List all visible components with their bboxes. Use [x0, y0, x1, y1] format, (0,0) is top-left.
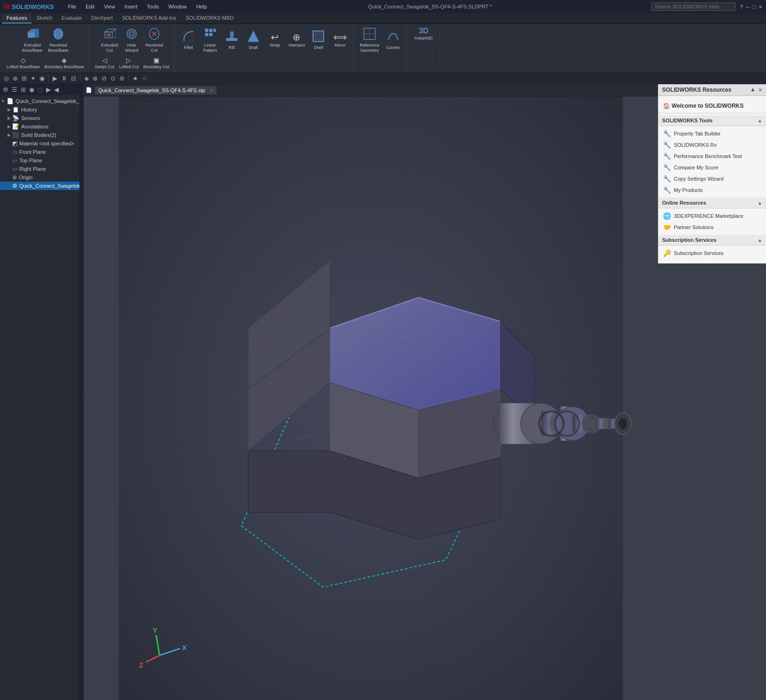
fillet-btn[interactable]: Fillet [178, 28, 199, 52]
my-products-label: My Products [674, 187, 703, 193]
tab-mbd[interactable]: SOLIDWORKS MBD [181, 13, 238, 24]
fm-btn-1[interactable]: ⚙ [2, 86, 9, 94]
tab-dimxpert[interactable]: DimXpert [87, 13, 118, 24]
revolved-cut-btn[interactable]: RevolvedCut [143, 26, 166, 55]
instant3d-btn[interactable]: 3D Instant3D [411, 26, 437, 42]
tab-addins[interactable]: SOLIDWORKS Add-Ins [118, 13, 181, 24]
ct-btn-4[interactable]: ✦ [30, 74, 37, 82]
sensors-arrow: ▶ [8, 116, 11, 120]
swept-cut-btn[interactable]: ◁ Swept Cut [93, 56, 117, 71]
hole-wizard-btn[interactable]: HoleWizard [121, 26, 142, 55]
mirror-btn[interactable]: ⟺ Mirror [330, 31, 350, 49]
sw-tools-header[interactable]: SOLIDWORKS Tools ▲ [658, 115, 766, 126]
ct-btn-13[interactable]: ⊚ [118, 74, 126, 82]
ct-btn-12[interactable]: ⊙ [110, 74, 117, 82]
subscription-header[interactable]: Subscription Services ▲ [658, 235, 766, 246]
tab-evaluate[interactable]: Evaluate [57, 13, 87, 24]
fm-btn-7[interactable]: ◀ [53, 86, 60, 94]
boundary-cut-label: Boundary Cut [143, 64, 169, 70]
boundary-boss-base-btn[interactable]: ◈ Boundary Boss/Base [43, 56, 86, 71]
rp-my-products[interactable]: 🔧 My Products [658, 184, 766, 196]
search-input[interactable] [651, 2, 736, 11]
rp-compare-score[interactable]: 🔧 Compare My Score [658, 162, 766, 173]
draft-btn[interactable]: Draft [243, 28, 264, 52]
ct-btn-14[interactable]: ★ [132, 74, 139, 82]
menu-edit[interactable]: Edit [84, 3, 96, 10]
wrap-btn[interactable]: ↩ Wrap [265, 31, 285, 49]
ct-btn-5[interactable]: ◉ [39, 74, 46, 82]
fm-btn-3[interactable]: ⊞ [20, 86, 27, 94]
linear-pattern-btn[interactable]: LinearPattern [200, 26, 221, 55]
tree-front-plane[interactable]: ▶ ▭ Front Plane [0, 148, 79, 156]
intersect-btn[interactable]: ⊕ Intersect [286, 31, 308, 49]
rp-subscription[interactable]: 🔑 Subscription Services [658, 247, 766, 259]
tree-root-item[interactable]: ▼ 📄 Quick_Connect_Swagelok_SS-QF4 [0, 97, 79, 105]
menu-insert[interactable]: Insert [123, 3, 140, 10]
left-collapse-handle[interactable]: ⋮ [80, 84, 84, 700]
panel-collapse-button[interactable]: ▲ [750, 86, 756, 94]
rp-partner-solutions[interactable]: 🤝 Partner Solutions [658, 222, 766, 233]
menu-tools[interactable]: Tools [145, 3, 161, 10]
lofted-boss-base-btn[interactable]: ◇ Lofted Boss/Base [5, 56, 42, 71]
revolved-boss-base-btn[interactable]: RevolvedBoss/Base [46, 26, 71, 55]
panel-close-button[interactable]: × [758, 86, 762, 94]
ct-btn-9[interactable]: ◈ [83, 74, 90, 82]
ct-btn-7[interactable]: ⏸ [60, 74, 68, 82]
minimize-button[interactable]: – [746, 3, 749, 10]
tree-sensors[interactable]: ▶ 📡 Sensors [0, 114, 79, 122]
tree-material[interactable]: ▶ ◩ Material <not specified> [0, 139, 79, 148]
curves-btn[interactable]: Curves [383, 28, 403, 52]
rp-benchmark[interactable]: 🔧 Performance Benchmark Test [658, 151, 766, 162]
tree-origin[interactable]: ▶ ⊕ Origin [0, 173, 79, 182]
extruded-boss-base-btn[interactable]: ExtrudedBoss/Base [20, 26, 45, 55]
fm-btn-6[interactable]: ▶ [45, 86, 52, 94]
rp-3dexperience[interactable]: 🌐 3DEXPERIENCE Marketplace [658, 210, 766, 222]
rib-btn[interactable]: Rib [221, 28, 242, 52]
svg-rect-17 [209, 29, 213, 32]
viewport-tab-main[interactable]: Quick_Connect_Swagelok_SS-QF4-S-4FS.stp … [94, 86, 217, 95]
boundary-cut-btn[interactable]: ▣ Boundary Cut [142, 56, 171, 71]
menu-view[interactable]: View [102, 3, 117, 10]
maximize-button[interactable]: □ [752, 3, 756, 10]
fm-btn-5[interactable]: ◌ [37, 86, 44, 94]
lofted-cut-btn[interactable]: ▷ Lofted Cut [117, 56, 141, 71]
tree-top-plane[interactable]: ▶ ▭ Top Plane [0, 156, 79, 165]
viewport-content[interactable]: X Y Z + [84, 96, 658, 700]
ct-btn-3[interactable]: ⊞ [21, 74, 28, 82]
svg-point-4 [56, 28, 61, 40]
sw-tools-label: SOLIDWORKS Tools [662, 118, 712, 123]
revolved-boss-label: RevolvedBoss/Base [48, 43, 68, 53]
ct-btn-10[interactable]: ⊗ [92, 74, 99, 82]
fm-btn-4[interactable]: ◉ [28, 86, 35, 94]
ct-btn-1[interactable]: ◎ [3, 74, 10, 82]
vp-tab-close[interactable]: × [210, 88, 213, 93]
ct-btn-15[interactable]: ☆ [141, 74, 149, 82]
shell-btn[interactable]: Shell [308, 28, 329, 52]
online-resources-header[interactable]: Online Resources ▲ [658, 198, 766, 208]
3d-viewport-canvas[interactable]: X Y Z [84, 96, 658, 700]
reference-geometry-btn[interactable]: ReferenceGeometry [357, 26, 382, 55]
menu-help[interactable]: Help [194, 3, 209, 10]
fm-btn-2[interactable]: ☰ [11, 86, 18, 94]
tree-right-plane[interactable]: ▶ ▭ Right Plane [0, 165, 79, 173]
rp-solidworks-rx[interactable]: 🔧 SOLIDWORKS Rx [658, 139, 766, 151]
tab-sketch[interactable]: Sketch [32, 13, 57, 24]
tree-solid-bodies[interactable]: ▶ ⬛ Solid Bodies(2) [0, 131, 79, 139]
help-icon[interactable]: ? [740, 3, 743, 10]
rp-property-tab-builder[interactable]: 🔧 Property Tab Builder [658, 128, 766, 139]
tree-history[interactable]: ▶ 📋 History [0, 105, 79, 114]
rp-copy-settings[interactable]: 🔧 Copy Settings Wizard [658, 173, 766, 184]
ct-btn-11[interactable]: ⊘ [101, 74, 108, 82]
extruded-cut-btn[interactable]: ExtrudedCut [99, 26, 120, 55]
tree-feature-item[interactable]: ▶ ⚙ Quick_Connect_Swagelok_SS-QF [0, 182, 79, 190]
close-button[interactable]: × [758, 3, 762, 10]
ct-btn-8[interactable]: ⊟ [70, 74, 77, 82]
ct-btn-2[interactable]: ⊕ [12, 74, 19, 82]
tab-features[interactable]: Features [2, 13, 32, 24]
tree-annotations[interactable]: ▶ 📝 Annotations [0, 122, 79, 131]
menu-window[interactable]: Window [166, 3, 189, 10]
revolved-cut-icon [148, 27, 161, 42]
menu-file[interactable]: File [66, 3, 78, 10]
online-resources-label: Online Resources [662, 200, 706, 206]
ct-btn-6[interactable]: ▶ [52, 74, 58, 82]
